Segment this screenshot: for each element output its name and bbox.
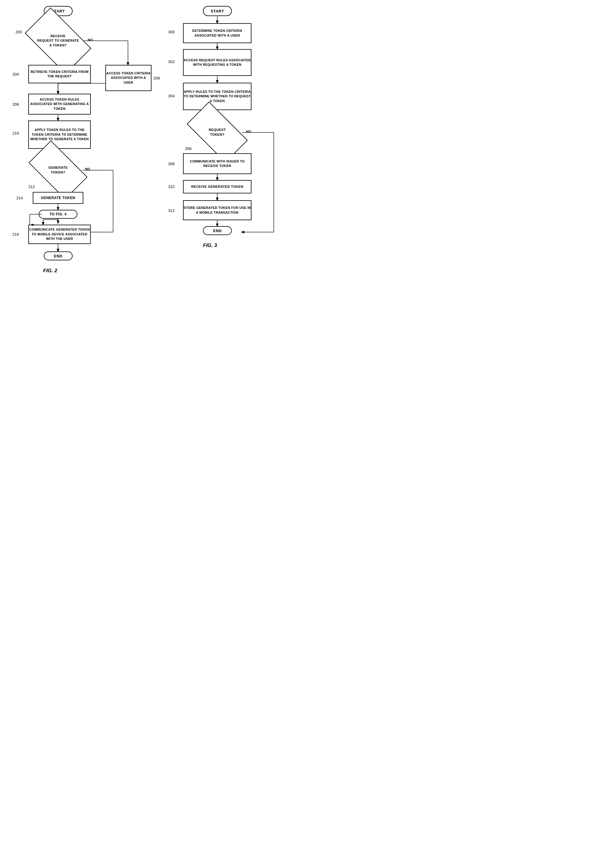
fig2-ref206: 206 <box>153 76 160 80</box>
fig2-ref216: 216 <box>12 232 19 237</box>
fig3-no-label-306: NO <box>246 130 251 133</box>
fig3-ref308: 308 <box>168 162 175 166</box>
fig2-diamond-200: RECEIVE REQUEST TO GENERATE A TOKEN? <box>30 23 86 58</box>
fig2-box216: COMMUNICATE GENERATED TOKEN TO MOBILE DE… <box>28 225 91 244</box>
fig2-box204: RETRIEVE TOKEN CRITERIA FROM THE REQUEST <box>28 65 91 83</box>
fig3-ref304: 304 <box>168 94 175 98</box>
fig2-box214: GENERATE TOKEN <box>33 192 83 204</box>
fig2-ref208: 208 <box>12 102 19 107</box>
fig3-ref302: 302 <box>168 60 175 64</box>
fig3-box308: COMMUNICATE WITH ISSUER TO RECEIVE TOKEN <box>183 153 251 174</box>
fig2-no-label-200: NO <box>88 38 93 42</box>
fig3-diamond-306: REQUEST TOKEN? <box>190 117 244 147</box>
fig3-box310: RECEIVE GENERATED TOKEN <box>183 180 251 193</box>
fig3-box300: DETERMINE TOKEN CRITERIA ASSOCIATED WITH… <box>183 23 251 43</box>
fig2-ref210: 210 <box>12 131 19 135</box>
fig3-box302: ACCESS REQUEST RULES ASSOCIATED WITH REQ… <box>183 49 251 76</box>
fig3-box304: APPLY RULES TO THE TOKEN CRITERIA TO DET… <box>183 83 251 110</box>
fig2-label: FIG. 2 <box>43 268 57 274</box>
fig2-diamond-212: GENERATE TOKEN? <box>33 155 83 185</box>
fig2-box206: ACCESS TOKEN CRITERIA ASSOCIATED WITH A … <box>105 65 152 91</box>
fig2-ref212: 212 <box>28 184 35 189</box>
fig2-box210: APPLY TOKEN RULES TO THE TOKEN CRITERIA … <box>28 121 91 149</box>
fig3-label: FIG. 3 <box>203 243 217 249</box>
fig3-ref310: 310 <box>168 184 175 189</box>
fig2-end: END <box>44 251 73 260</box>
fig3-start: START <box>203 6 232 16</box>
diagram-container: START RECEIVE REQUEST TO GENERATE A TOKE… <box>0 0 308 428</box>
fig3-box312: STORE GENERATED TOKEN FOR USE IN A MOBIL… <box>183 200 251 220</box>
fig2-no-label-212: NO <box>85 167 90 171</box>
fig2-ref214: 214 <box>16 196 23 200</box>
fig3-ref300: 300 <box>168 30 175 34</box>
fig3-ref312: 312 <box>168 208 175 213</box>
fig2-to-fig4: TO FIG. 4 <box>39 210 77 219</box>
fig3-end: END <box>203 226 232 235</box>
fig2-box208: ACCESS TOKEN RULES ASSOCIATED WITH GENER… <box>28 94 91 114</box>
fig2-ref204: 204 <box>12 72 19 76</box>
fig2-ref200: 200 <box>15 30 22 34</box>
